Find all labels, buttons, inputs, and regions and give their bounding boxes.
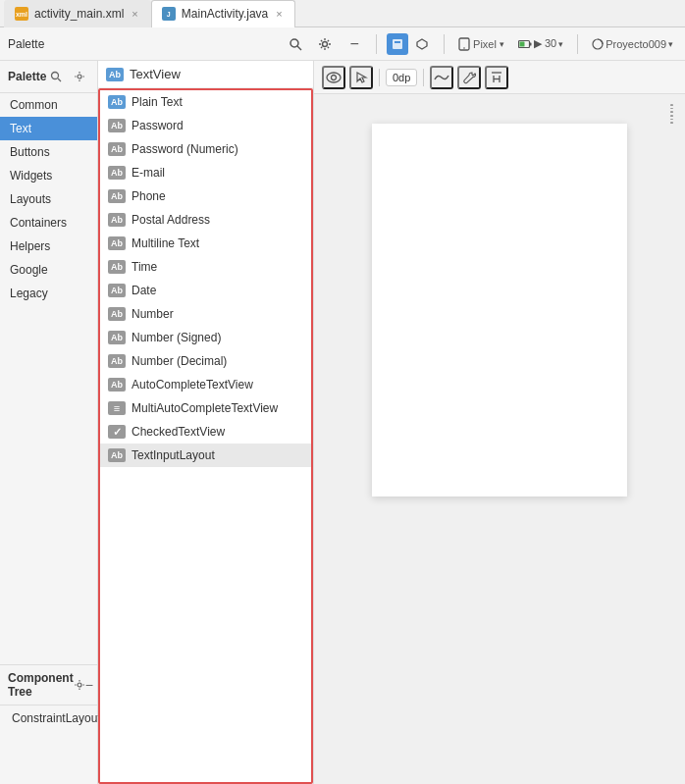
right-toolbar: 0dp [314,61,685,94]
category-layouts[interactable]: Layouts [0,187,97,211]
palette-search-icon [50,71,62,82]
password-icon: Ab [108,119,126,132]
handle-dot-2 [670,108,673,110]
component-tree-minimize-button[interactable]: − [85,675,93,695]
eye-button[interactable] [322,66,345,89]
autocomplete-label: AutoCompleteTextView [132,378,253,392]
multi-autocomplete-icon: ≡ [108,401,126,415]
center-panel: Ab TextView Ab Plain Text Ab Password Ab… [98,61,314,784]
blueprint-icon [415,37,429,51]
canvas-drag-handle[interactable] [667,104,675,124]
constraint-layout-item[interactable]: ConstraintLayout [8,711,89,725]
top-toolbar: Palette − [0,27,685,61]
handle-dot-4 [670,115,673,117]
svg-rect-3 [393,39,402,49]
postal-address-icon: Ab [108,213,126,227]
component-tree-gear-button[interactable] [74,675,85,695]
svg-point-12 [52,73,59,79]
list-item-plain-text[interactable]: Ab Plain Text [100,90,311,114]
palette-header: Palette − [0,61,97,93]
toolbar-separator-3 [577,34,578,54]
textview-header-item[interactable]: Ab TextView [98,61,313,88]
multiline-text-icon: Ab [108,236,126,250]
list-item-number-signed[interactable]: Ab Number (Signed) [100,326,311,349]
pixel-label: Pixel [473,38,497,50]
list-item-email[interactable]: Ab E-mail [100,161,311,184]
list-item-postal-address[interactable]: Ab Postal Address [100,208,311,232]
align-button[interactable] [485,66,508,89]
tab-java-close[interactable]: × [274,8,284,20]
left-panel: Palette − Common T [0,61,98,784]
list-item-checked-textview[interactable]: ✓ CheckedTextView [100,420,311,444]
handle-dot-3 [670,111,673,113]
tab-java[interactable]: J MainActivity.java × [151,0,295,27]
category-legacy[interactable]: Legacy [0,282,97,305]
list-item-number-decimal[interactable]: Ab Number (Decimal) [100,349,311,373]
category-google[interactable]: Google [0,258,97,282]
list-item-phone[interactable]: Ab Phone [100,184,311,208]
list-item-password-numeric[interactable]: Ab Password (Numeric) [100,137,311,161]
date-icon: Ab [108,284,126,297]
tab-bar: xml activity_main.xml × J MainActivity.j… [0,0,685,27]
multi-autocomplete-label: MultiAutoCompleteTextView [132,401,278,415]
category-helpers[interactable]: Helpers [0,235,97,258]
blueprint-button[interactable] [410,32,434,56]
checked-textview-label: CheckedTextView [132,425,225,439]
tab-xml[interactable]: xml activity_main.xml × [4,0,151,27]
svg-line-13 [58,78,61,81]
list-item-autocomplete-textview[interactable]: Ab AutoCompleteTextView [100,373,311,396]
cursor-button[interactable] [349,66,373,89]
wave-button[interactable] [430,66,453,89]
canvas-page [372,124,627,497]
wrench-button[interactable] [457,66,481,89]
design-toggle [387,32,434,56]
minus-button[interactable]: − [342,32,366,56]
rtoolbar-sep-1 [379,69,380,86]
tab-xml-close[interactable]: × [130,8,139,20]
wave-icon [434,73,449,82]
design-button[interactable] [387,33,408,55]
odp-selector[interactable]: 0dp [386,69,417,86]
list-item-time[interactable]: Ab Time [100,255,311,279]
cursor-icon [354,71,368,84]
list-item-multiline-text[interactable]: Ab Multiline Text [100,232,311,255]
project-icon [592,38,604,50]
number-decimal-icon: Ab [108,354,126,368]
battery-chevron-icon: ▾ [558,39,563,49]
battery-selector[interactable]: ▶ 30 ▾ [514,32,567,56]
svg-rect-9 [529,42,531,45]
category-text[interactable]: Text [0,117,97,140]
category-buttons[interactable]: Buttons [0,140,97,164]
category-list: Common Text Buttons Widgets Layouts Cont… [0,93,97,664]
category-widgets[interactable]: Widgets [0,164,97,187]
search-button[interactable] [284,32,307,56]
number-signed-label: Number (Signed) [132,331,221,344]
items-list: Ab Plain Text Ab Password Ab Password (N… [98,88,313,784]
email-icon: Ab [108,166,126,180]
list-item-password[interactable]: Ab Password [100,114,311,137]
password-numeric-label: Password (Numeric) [132,142,238,156]
phone-icon: Ab [108,189,126,203]
project-label: Proyecto009 [606,38,666,50]
component-tree-panel: Component Tree − ConstraintLayout [0,664,97,784]
palette-label: Palette [8,37,44,51]
palette-gear-button[interactable] [70,67,89,86]
palette-gear-icon [74,71,85,82]
wrench-icon [462,71,476,84]
phone-selector[interactable]: Pixel ▾ [454,32,508,56]
list-item-date[interactable]: Ab Date [100,279,311,302]
list-item-number[interactable]: Ab Number [100,302,311,326]
category-common[interactable]: Common [0,93,97,117]
tab-xml-label: activity_main.xml [34,7,124,21]
time-label: Time [132,260,157,274]
component-tree-header: Component Tree − [0,665,97,706]
gear-button[interactable] [313,32,337,56]
list-item-textinput-layout[interactable]: Ab TextInputLayout [100,444,311,467]
palette-search-button[interactable] [46,67,66,86]
category-containers[interactable]: Containers [0,211,97,235]
number-label: Number [132,307,174,321]
number-icon: Ab [108,307,126,321]
password-label: Password [132,119,184,132]
list-item-multi-autocomplete[interactable]: ≡ MultiAutoCompleteTextView [100,396,311,420]
project-selector[interactable]: Proyecto009 ▾ [588,32,677,56]
